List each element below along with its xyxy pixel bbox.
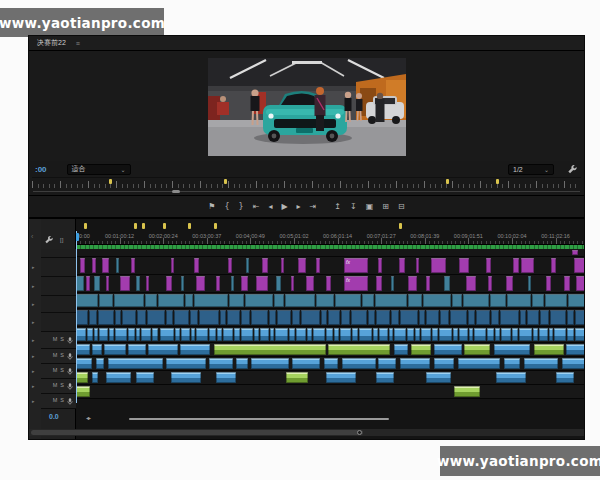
timeline-clip[interactable] [234,328,240,341]
timeline-clip[interactable] [494,344,530,355]
timeline-clip[interactable] [488,276,492,291]
panel-grip-icon[interactable]: ‹ [31,233,33,240]
timeline-clip[interactable] [527,310,539,325]
lift-button[interactable]: ↥ [334,203,341,211]
track-header-v3[interactable] [41,277,76,296]
timeline-clip[interactable] [376,372,394,383]
voiceover-mic-icon[interactable] [67,368,73,375]
timeline-clip[interactable] [76,372,88,383]
overwrite-button[interactable]: ⊟ [398,203,405,211]
timeline-clip[interactable] [533,328,538,341]
mute-button[interactable]: M [53,368,58,374]
timeline-clip[interactable] [400,358,430,369]
timeline-clip[interactable] [426,372,451,383]
timeline-clip[interactable] [501,328,511,341]
timeline-clip[interactable] [468,310,475,325]
timeline-clip[interactable] [194,294,228,307]
timeline-clip[interactable] [362,294,374,307]
solo-button[interactable]: S [60,383,64,389]
timeline-clip[interactable] [106,372,131,383]
timeline-clip[interactable] [313,328,325,341]
timeline-clip[interactable] [292,310,300,325]
timeline-clip[interactable] [254,328,259,341]
timeline-clip[interactable] [407,328,414,341]
timeline-clip[interactable] [546,276,551,291]
timeline-clip[interactable] [106,276,109,291]
timeline-clip[interactable] [434,358,454,369]
timeline-clip[interactable] [109,328,114,341]
timeline-clip[interactable] [326,372,356,383]
mute-button[interactable]: M [53,337,58,343]
monitor-time-ruler[interactable] [32,177,581,188]
timeline-clip[interactable] [566,344,584,355]
timeline-clip[interactable] [136,276,140,291]
work-area-icon[interactable]: [] [60,237,63,243]
timeline-clip[interactable] [122,310,136,325]
timeline-clip[interactable] [286,372,308,383]
timeline-clip[interactable] [223,328,233,341]
timeline-clip[interactable] [539,328,548,341]
timeline-clip[interactable] [335,294,361,307]
add-marker-button[interactable]: ⚑ [208,203,215,211]
timeline-clip[interactable] [572,250,578,255]
timeline-clip[interactable] [185,294,193,307]
timeline-clip[interactable] [326,276,331,291]
timeline-clip[interactable] [94,276,100,291]
timeline-clip[interactable] [136,328,140,341]
monitor-marker[interactable] [446,179,449,184]
timeline-clip[interactable] [419,310,425,325]
timeline-clip[interactable] [246,258,249,273]
timeline-clip[interactable] [464,344,490,355]
timeline-clip[interactable] [160,328,174,341]
track-a5[interactable] [76,385,584,399]
timeline-clip[interactable] [80,258,85,273]
timeline-clip[interactable] [307,328,312,341]
collapse-tracks-icon[interactable]: ◂▸ [86,414,90,421]
timeline-clip[interactable] [342,358,376,369]
timeline-clip[interactable] [89,310,97,325]
track-v1[interactable] [76,309,584,327]
timeline-ruler[interactable]: 00:0000:01:00:1200:02:00:2400:03:00:3700… [76,231,584,245]
timeline-clip[interactable] [328,344,390,355]
sequence-marker[interactable] [142,223,145,229]
timeline-clip[interactable] [513,258,519,273]
timeline-clip[interactable] [171,258,174,273]
track-toggle-icon[interactable]: ▸ [32,399,35,404]
timeline-clip[interactable] [166,310,173,325]
timeline-clip[interactable] [214,344,326,355]
timeline-clip[interactable] [453,328,458,341]
timeline-clip[interactable] [114,294,144,307]
timeline-clip[interactable] [423,294,451,307]
timeline-clip[interactable] [378,258,382,273]
timeline-clip[interactable] [274,294,284,307]
timeline-clip[interactable] [524,358,558,369]
mute-button[interactable]: M [53,353,58,359]
timeline-clip[interactable] [190,310,198,325]
sequence-marker[interactable] [84,223,87,229]
track-header-a3[interactable]: MS [41,364,76,379]
timeline-clip[interactable] [334,328,339,341]
timeline-clip[interactable] [411,344,431,355]
zoom-level-select[interactable]: 适合 ⌄ [67,164,131,175]
timeline-clip[interactable] [316,294,334,307]
timeline-clip[interactable] [76,310,88,325]
track-header-v2[interactable] [41,296,76,313]
track-toggle-icon[interactable]: ▸ [32,338,35,343]
timeline-clip[interactable] [269,310,276,325]
timeline-clip[interactable] [556,372,574,383]
timeline-clip[interactable] [217,328,222,341]
timeline-clip[interactable] [251,310,268,325]
timeline-clip[interactable] [452,294,462,307]
timeline-clip[interactable] [469,328,473,341]
track-a2[interactable] [76,343,584,357]
timeline-clip[interactable] [92,258,96,273]
timeline-clip[interactable] [128,328,135,341]
timeline-clip[interactable] [87,328,93,341]
timeline-clip[interactable] [373,328,378,341]
timeline-clip[interactable] [368,310,375,325]
timeline-clip[interactable] [277,310,291,325]
timeline-clip[interactable] [521,258,534,273]
sequence-marker[interactable] [163,223,166,229]
timeline-clip[interactable] [104,344,126,355]
timeline-clip[interactable] [316,258,320,273]
